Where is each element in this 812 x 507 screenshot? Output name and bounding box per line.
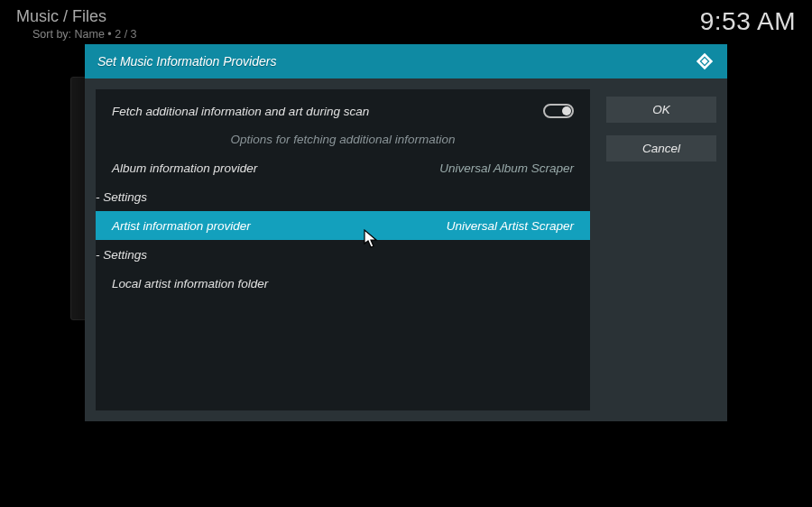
artist-provider-label: Artist information provider xyxy=(112,219,251,233)
artist-provider-row[interactable]: Artist information provider Universal Ar… xyxy=(96,211,590,240)
local-artist-folder-row[interactable]: Local artist information folder xyxy=(96,269,590,298)
artist-settings-row[interactable]: - Settings xyxy=(96,240,590,269)
fetch-during-scan-label: Fetch additional information and art dur… xyxy=(112,105,369,118)
dialog-header: Set Music Information Providers xyxy=(85,44,727,78)
breadcrumb: Music / Files xyxy=(16,7,137,26)
settings-dialog: Set Music Information Providers Fetch ad… xyxy=(85,44,727,421)
album-provider-value: Universal Album Scraper xyxy=(439,161,574,175)
settings-panel: Fetch additional information and art dur… xyxy=(96,89,590,410)
cancel-button[interactable]: Cancel xyxy=(606,135,716,161)
album-provider-label: Album information provider xyxy=(112,161,257,175)
fetch-toggle[interactable] xyxy=(543,104,574,118)
album-provider-row[interactable]: Album information provider Universal Alb… xyxy=(96,153,590,182)
kodi-logo-icon xyxy=(695,51,715,71)
toggle-knob xyxy=(562,106,571,115)
top-bar: Music / Files Sort by: Name • 2 / 3 9:53… xyxy=(0,0,812,41)
ok-button[interactable]: OK xyxy=(606,97,716,123)
section-label: Options for fetching additional informat… xyxy=(96,125,590,153)
album-settings-label: - Settings xyxy=(96,190,147,204)
artist-provider-value: Universal Artist Scraper xyxy=(447,219,574,233)
fetch-during-scan-row[interactable]: Fetch additional information and art dur… xyxy=(96,89,590,125)
dialog-title: Set Music Information Providers xyxy=(97,54,276,69)
album-settings-row[interactable]: - Settings xyxy=(96,182,590,211)
local-artist-folder-label: Local artist information folder xyxy=(112,277,268,290)
artist-settings-label: - Settings xyxy=(96,248,147,262)
dialog-button-column: OK Cancel xyxy=(606,89,716,410)
sort-line: Sort by: Name • 2 / 3 xyxy=(16,26,137,41)
clock: 9:53 AM xyxy=(700,7,796,41)
